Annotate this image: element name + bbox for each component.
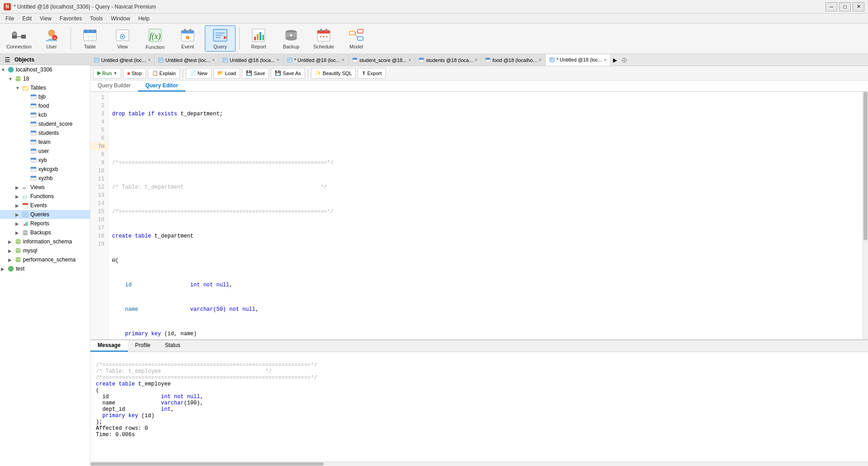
bottom-scrollbar-thumb[interactable]	[90, 462, 324, 466]
tab-pin-button[interactable]	[620, 54, 629, 66]
tree-info-schema[interactable]: ▶ information_schema	[0, 237, 90, 246]
save-as-button[interactable]: 💾 Save As	[271, 68, 305, 79]
tab-5[interactable]: student_score @18... ×	[349, 54, 415, 66]
explain-button[interactable]: 📋 Explain	[148, 68, 180, 79]
load-button[interactable]: 📂 Load	[213, 68, 240, 79]
scrollbar-thumb[interactable]	[863, 92, 868, 240]
tree-table-student-score[interactable]: student_score	[0, 119, 90, 128]
menu-edit[interactable]: Edit	[19, 14, 35, 23]
tree-reports[interactable]: ▶ Reports	[0, 219, 90, 228]
toolbar-function[interactable]: f(x) Function	[140, 25, 170, 52]
menu-view[interactable]: View	[36, 14, 55, 23]
tree-queries[interactable]: ▶ Queries	[0, 210, 90, 219]
tab-4[interactable]: * Untitled @18 (loc... ×	[283, 54, 349, 66]
close-button[interactable]: ✕	[853, 2, 864, 11]
tree-table-xykcgxb[interactable]: xykcgxb	[0, 165, 90, 174]
stop-button[interactable]: ■ Stop	[123, 68, 146, 79]
test-connection-icon	[7, 265, 14, 272]
tab-7[interactable]: food @18 (localho... ×	[481, 54, 545, 66]
tab-6[interactable]: students @18 (loca... ×	[415, 54, 481, 66]
tree-table-xyzhb[interactable]: xyzhb	[0, 174, 90, 183]
bottom-tab-message[interactable]: Message	[90, 340, 128, 352]
tab-7-close[interactable]: ×	[539, 57, 542, 62]
tree-table-kcb[interactable]: kcb	[0, 110, 90, 119]
tree-table-food[interactable]: food	[0, 101, 90, 110]
tree-tables[interactable]: ▼ Tables	[0, 83, 90, 92]
run-button[interactable]: ▶ Run ▼	[93, 68, 121, 79]
minimize-button[interactable]: ─	[826, 2, 837, 11]
tree-test[interactable]: ▶ test	[0, 264, 90, 273]
new-label: New	[198, 71, 208, 76]
toolbar-backup[interactable]: Backup	[276, 25, 307, 52]
tab-5-close[interactable]: ×	[408, 57, 411, 62]
new-icon: 📄	[190, 70, 196, 76]
tab-1-close[interactable]: ×	[148, 57, 151, 62]
beautify-button[interactable]: ✨ Beautify SQL	[311, 68, 356, 79]
tree-mysql[interactable]: ▶ mysql	[0, 246, 90, 255]
tab-overflow-button[interactable]: ▶	[611, 54, 620, 66]
tree-backups[interactable]: ▶ Backups	[0, 228, 90, 237]
tree-db-18[interactable]: ▼ 18	[0, 74, 90, 83]
tree-events[interactable]: ▶ Events	[0, 201, 90, 210]
save-button[interactable]: 💾 Save	[242, 68, 269, 79]
toolbar-schedule[interactable]: Schedule	[308, 25, 339, 52]
svg-rect-63	[31, 104, 36, 105]
tree-table-students[interactable]: students	[0, 128, 90, 138]
tree-functions[interactable]: ▶ f() Functions	[0, 192, 90, 201]
menu-file[interactable]: File	[2, 14, 18, 23]
tab-6-close[interactable]: ×	[475, 57, 477, 62]
functions-label: Functions	[30, 193, 54, 200]
code-line-5: /*======================================…	[112, 208, 859, 216]
table-row-icon	[30, 166, 37, 173]
db-icon-info	[14, 238, 22, 245]
window-controls[interactable]: ─ □ ✕	[826, 2, 864, 11]
code-editor[interactable]: 1 2 3 4 5 6 7⊟ 8 9 10 11 12 13 14 15 16	[90, 92, 868, 339]
bottom-tab-status[interactable]: Status	[158, 340, 188, 352]
maximize-button[interactable]: □	[839, 2, 851, 11]
line-num-5: 5	[90, 126, 108, 134]
tree-perf-schema[interactable]: ▶ performance_schema	[0, 255, 90, 264]
export-button[interactable]: ⬆ Export	[358, 68, 386, 79]
toolbar-model[interactable]: Model	[341, 25, 372, 52]
tab-2[interactable]: Untitled @test (loc... ×	[155, 54, 219, 66]
tab-4-close[interactable]: ×	[342, 57, 344, 62]
bottom-scrollbar[interactable]	[90, 461, 868, 466]
tab-8-close[interactable]: ×	[604, 57, 607, 62]
toolbar-user[interactable]: + User	[36, 25, 67, 52]
tab-2-close[interactable]: ×	[212, 57, 215, 62]
sub-tab-builder[interactable]: Query Builder	[90, 81, 138, 91]
tab-1[interactable]: Untitled @test (loc... ×	[90, 54, 155, 66]
run-dropdown-arrow: ▼	[113, 71, 117, 76]
tab-3-close[interactable]: ×	[277, 57, 279, 62]
table-row-icon	[30, 111, 37, 119]
tree-table-user[interactable]: user	[0, 147, 90, 156]
tree-views[interactable]: ▶ ∞ Views	[0, 183, 90, 192]
bottom-tab-profile[interactable]: Profile	[128, 340, 158, 352]
tree-table-xyb[interactable]: xyb	[0, 156, 90, 165]
toolbar-event[interactable]: ! Event	[172, 25, 203, 52]
menu-window[interactable]: Window	[107, 14, 134, 23]
svg-point-130	[8, 266, 14, 271]
new-button[interactable]: 📄 New	[186, 68, 212, 79]
sidebar-menu-icon[interactable]: ☰	[3, 55, 12, 64]
svg-rect-117	[27, 222, 28, 226]
toolbar-report[interactable]: Report	[243, 25, 274, 52]
code-content[interactable]: drop table if exists t_department; /*===…	[108, 92, 863, 339]
database-icon	[14, 75, 22, 82]
menu-help[interactable]: Help	[135, 14, 153, 23]
svg-rect-103	[31, 176, 36, 178]
toolbar-connection[interactable]: Connection	[4, 25, 34, 52]
tree-table-team[interactable]: team	[0, 138, 90, 147]
sub-tab-editor[interactable]: Query Editor	[138, 81, 185, 91]
tree-localhost[interactable]: ▼ localhost_3306	[0, 65, 90, 74]
toolbar-view[interactable]: View	[107, 25, 138, 52]
svg-rect-32	[259, 32, 261, 40]
tab-8[interactable]: * Untitled @18 (loc... ×	[546, 54, 611, 66]
toolbar-query[interactable]: Query	[205, 25, 236, 52]
menu-favorites[interactable]: Favorites	[56, 14, 85, 23]
menu-tools[interactable]: Tools	[86, 14, 106, 23]
tree-table-bjb[interactable]: bjb	[0, 92, 90, 101]
toolbar-table[interactable]: Table	[75, 25, 105, 52]
editor-scrollbar[interactable]	[863, 92, 868, 339]
tab-3[interactable]: Untitled @18 (loca... ×	[219, 54, 283, 66]
